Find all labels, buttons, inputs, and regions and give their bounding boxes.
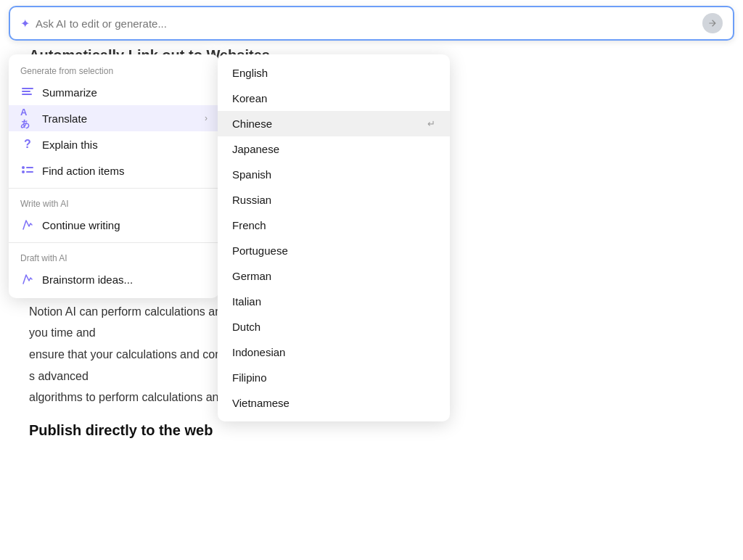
svg-point-3 [22,166,25,169]
svg-rect-0 [22,88,33,89]
brainstorm-label: Brainstorm ideas... [42,273,208,286]
continue-icon [20,218,35,232]
lang-label-spanish: Spanish [232,168,271,181]
ai-input[interactable] [36,17,697,30]
svg-rect-1 [22,91,30,92]
find-actions-icon [20,163,35,178]
lang-label-korean: Korean [232,92,267,104]
lang-item-french[interactable]: French [218,213,450,238]
section1-label: Generate from selection [9,60,219,79]
lang-item-korean[interactable]: Korean [218,86,450,111]
lang-label-german: German [232,270,271,282]
menu-item-find-actions[interactable]: Find action items [9,157,219,184]
lang-label-filipino: Filipino [232,371,267,384]
section2-label: Write with AI [9,193,219,212]
svg-rect-6 [26,171,33,173]
continue-label: Continue writing [42,219,208,231]
send-button[interactable] [702,13,723,33]
lang-item-dutch[interactable]: Dutch [218,314,450,339]
lang-item-german[interactable]: German [218,263,450,289]
bg-heading3: Publish directly to the web [29,419,714,442]
lang-item-filipino[interactable]: Filipino [218,365,450,390]
lang-item-english[interactable]: English [218,60,450,86]
main-menu: Generate from selection Summarize Aあ Tra… [9,54,219,298]
lang-item-japanese[interactable]: Japanese [218,136,450,162]
lang-item-indonesian[interactable]: Indonesian [218,339,450,365]
lang-label-portuguese: Portuguese [232,244,288,257]
lang-label-japanese: Japanese [232,143,279,155]
summarize-label: Summarize [42,86,208,99]
explain-icon: ? [20,137,35,152]
language-submenu: EnglishKoreanChinese↵JapaneseSpanishRuss… [218,54,450,421]
section3-label: Draft with AI [9,247,219,266]
find-actions-label: Find action items [42,165,208,177]
menu-item-continue[interactable]: Continue writing [9,212,219,238]
lang-label-indonesian: Indonesian [232,346,285,358]
lang-item-italian[interactable]: Italian [218,289,450,314]
ai-star-icon: ✦ [20,17,30,30]
svg-point-5 [22,170,25,173]
svg-rect-4 [26,167,33,168]
lang-label-russian: Russian [232,194,271,206]
lang-item-vietnamese[interactable]: Vietnamese [218,390,450,416]
send-icon [707,18,718,28]
menu-item-summarize[interactable]: Summarize [9,79,219,105]
lang-item-chinese[interactable]: Chinese↵ [218,111,450,136]
enter-icon: ↵ [427,118,435,129]
menu-item-brainstorm[interactable]: Brainstorm ideas... [9,266,219,292]
svg-rect-2 [22,94,32,95]
divider2 [9,242,219,243]
translate-label: Translate [42,112,197,125]
lang-item-russian[interactable]: Russian [218,187,450,213]
lang-label-italian: Italian [232,295,261,308]
ai-input-bar[interactable]: ✦ [9,6,734,41]
menu-item-translate[interactable]: Aあ Translate › [9,105,219,131]
explain-label: Explain this [42,139,208,151]
brainstorm-icon [20,272,35,287]
lang-label-french: French [232,219,266,231]
lang-label-chinese: Chinese [232,118,272,130]
lang-label-dutch: Dutch [232,321,260,333]
menu-item-explain[interactable]: ? Explain this [9,131,219,157]
translate-icon: Aあ [20,111,35,125]
lang-label-vietnamese: Vietnamese [232,397,290,409]
divider1 [9,188,219,189]
lang-item-spanish[interactable]: Spanish [218,162,450,187]
lang-label-english: English [232,67,268,79]
summarize-icon [20,85,35,99]
lang-item-portuguese[interactable]: Portuguese [218,238,450,263]
translate-chevron: › [205,113,208,123]
